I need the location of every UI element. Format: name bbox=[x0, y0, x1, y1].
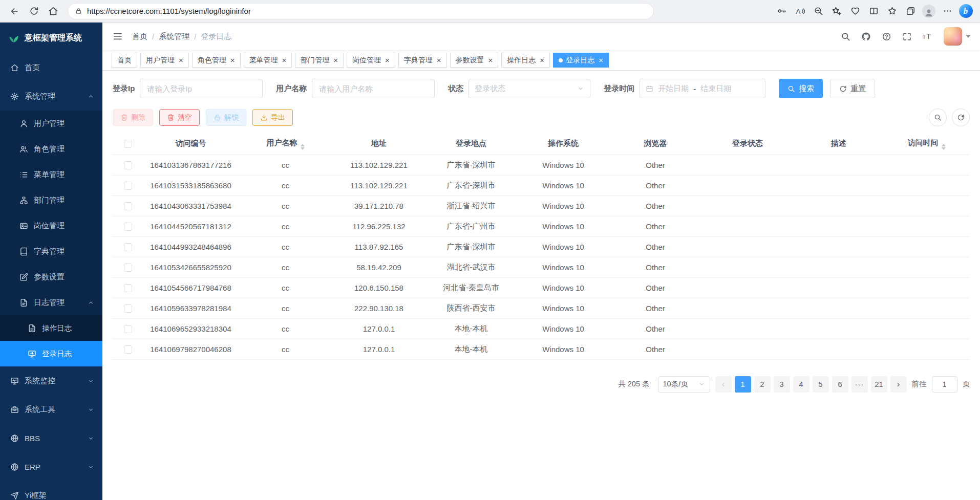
search-button[interactable]: 搜索 bbox=[779, 79, 823, 98]
unlock-button[interactable]: 解锁 bbox=[206, 109, 246, 126]
browser-refresh-button[interactable] bbox=[25, 2, 43, 20]
sidebar-item-param-settings[interactable]: 参数设置 bbox=[0, 264, 102, 290]
favorites-button[interactable] bbox=[883, 2, 901, 20]
help-button[interactable] bbox=[877, 27, 896, 46]
refresh-table-button[interactable] bbox=[952, 108, 970, 126]
sidebar-item-menu-management[interactable]: 菜单管理 bbox=[0, 162, 102, 187]
user-menu[interactable] bbox=[944, 27, 971, 46]
page-1-button[interactable]: 1 bbox=[735, 376, 751, 393]
close-icon[interactable]: × bbox=[179, 56, 183, 64]
sidebar-item-department-management[interactable]: 部门管理 bbox=[0, 187, 102, 213]
collections-button[interactable] bbox=[901, 2, 920, 20]
sort-carets-icon[interactable] bbox=[301, 144, 305, 150]
next-page-button[interactable]: › bbox=[890, 376, 907, 393]
tab-role-management[interactable]: 角色管理× bbox=[192, 53, 241, 68]
close-icon[interactable]: × bbox=[540, 56, 544, 64]
github-button[interactable] bbox=[857, 27, 875, 46]
reset-button[interactable]: 重置 bbox=[830, 79, 875, 98]
header-search-button[interactable] bbox=[836, 27, 855, 46]
select-all-checkbox[interactable] bbox=[124, 140, 132, 148]
close-icon[interactable]: × bbox=[385, 56, 390, 64]
user-name-input[interactable] bbox=[312, 79, 435, 98]
sidebar-item-log-management[interactable]: 日志管理 bbox=[0, 290, 102, 315]
prev-page-button[interactable]: ‹ bbox=[715, 376, 732, 393]
login-ip-input[interactable] bbox=[140, 79, 263, 98]
sidebar-item-system-monitor[interactable]: 系统监控 bbox=[0, 366, 102, 395]
close-icon[interactable]: × bbox=[230, 56, 235, 64]
breadcrumb-system-management[interactable]: 系统管理 bbox=[159, 32, 189, 41]
row-checkbox[interactable] bbox=[124, 161, 132, 169]
browser-profile-button[interactable] bbox=[920, 2, 938, 20]
row-checkbox[interactable] bbox=[124, 305, 132, 313]
sidebar-item-role-management[interactable]: 角色管理 bbox=[0, 136, 102, 162]
close-icon[interactable]: × bbox=[333, 56, 338, 64]
address-bar[interactable]: https://ccnetcore.com:1101/system/log/lo… bbox=[68, 3, 654, 19]
sort-carets-icon[interactable] bbox=[942, 144, 946, 150]
split-screen-button[interactable] bbox=[864, 2, 883, 20]
delete-button[interactable]: 删除 bbox=[113, 109, 153, 126]
tab-user-management[interactable]: 用户管理× bbox=[140, 53, 189, 68]
browser-home-button[interactable] bbox=[44, 2, 62, 20]
page-2-button[interactable]: 2 bbox=[754, 376, 771, 393]
page-4-button[interactable]: 4 bbox=[793, 376, 809, 393]
row-checkbox[interactable] bbox=[124, 202, 132, 210]
tab-operation-log[interactable]: 操作日志× bbox=[501, 53, 550, 68]
page-6-button[interactable]: 6 bbox=[832, 376, 848, 393]
status-select[interactable]: 登录状态 bbox=[468, 79, 590, 98]
sidebar-item-bbs[interactable]: BBS bbox=[0, 424, 102, 452]
password-key-button[interactable] bbox=[772, 2, 791, 20]
zoom-out-button[interactable] bbox=[809, 2, 827, 20]
page-5-button[interactable]: 5 bbox=[813, 376, 829, 393]
tab-department-management[interactable]: 部门管理× bbox=[295, 53, 344, 68]
column-header[interactable]: 访问时间 bbox=[883, 133, 970, 155]
sidebar-item-user-management[interactable]: 用户管理 bbox=[0, 111, 102, 136]
tab-menu-management[interactable]: 菜单管理× bbox=[244, 53, 292, 68]
more-pages-button[interactable]: ··· bbox=[851, 376, 868, 393]
close-icon[interactable]: × bbox=[282, 56, 287, 64]
toggle-search-button[interactable] bbox=[929, 108, 947, 126]
browser-essentials-button[interactable] bbox=[846, 2, 864, 20]
font-size-button[interactable]: TT bbox=[918, 27, 936, 46]
tab-login-log[interactable]: 登录日志× bbox=[553, 53, 609, 68]
breadcrumb-home[interactable]: 首页 bbox=[132, 32, 147, 41]
column-header[interactable]: 用户名称 bbox=[238, 133, 333, 155]
close-icon[interactable]: × bbox=[488, 56, 493, 64]
jump-page-input[interactable] bbox=[932, 376, 957, 393]
tab-label: 字典管理 bbox=[404, 56, 433, 65]
row-checkbox[interactable] bbox=[124, 223, 132, 231]
copilot-button[interactable]: b bbox=[956, 2, 975, 20]
close-icon[interactable]: × bbox=[437, 56, 441, 64]
sidebar-item-home[interactable]: 首页 bbox=[0, 53, 102, 82]
sidebar-item-system-management[interactable]: 系统管理 bbox=[0, 82, 102, 111]
sidebar-item-post-management[interactable]: 岗位管理 bbox=[0, 213, 102, 238]
date-range-picker[interactable]: 开始日期 - 结束日期 bbox=[640, 79, 765, 98]
sidebar-item-dict-management[interactable]: 字典管理 bbox=[0, 238, 102, 264]
tab-param-settings[interactable]: 参数设置× bbox=[450, 53, 499, 68]
close-icon[interactable]: × bbox=[599, 56, 603, 64]
export-button[interactable]: 导出 bbox=[252, 109, 293, 126]
row-checkbox[interactable] bbox=[124, 345, 132, 354]
collapse-sidebar-button[interactable] bbox=[109, 27, 127, 46]
sidebar-item-erp[interactable]: ERP bbox=[0, 452, 102, 481]
browser-back-button[interactable] bbox=[5, 2, 24, 20]
sidebar-item-yi-framework[interactable]: Yi框架 bbox=[0, 481, 102, 500]
sidebar-item-login-log[interactable]: 登录日志 bbox=[0, 341, 102, 366]
row-checkbox[interactable] bbox=[124, 284, 132, 292]
page-size-select[interactable]: 10条/页 bbox=[658, 376, 710, 393]
page-21-button[interactable]: 21 bbox=[871, 376, 887, 393]
row-checkbox[interactable] bbox=[124, 325, 132, 333]
sidebar-item-operation-log[interactable]: 操作日志 bbox=[0, 315, 102, 341]
fullscreen-button[interactable] bbox=[898, 27, 916, 46]
row-checkbox[interactable] bbox=[124, 243, 132, 251]
tab-home[interactable]: 首页 bbox=[112, 53, 137, 68]
row-checkbox[interactable] bbox=[124, 182, 132, 190]
sidebar-item-system-tools[interactable]: 系统工具 bbox=[0, 395, 102, 424]
add-favorite-button[interactable] bbox=[827, 2, 846, 20]
page-3-button[interactable]: 3 bbox=[774, 376, 790, 393]
clear-button[interactable]: 清空 bbox=[159, 109, 200, 126]
row-checkbox[interactable] bbox=[124, 264, 132, 272]
tab-dict-management[interactable]: 字典管理× bbox=[398, 53, 447, 68]
browser-more-button[interactable] bbox=[938, 2, 956, 20]
tab-post-management[interactable]: 岗位管理× bbox=[347, 53, 395, 68]
read-aloud-button[interactable]: A bbox=[791, 2, 809, 20]
